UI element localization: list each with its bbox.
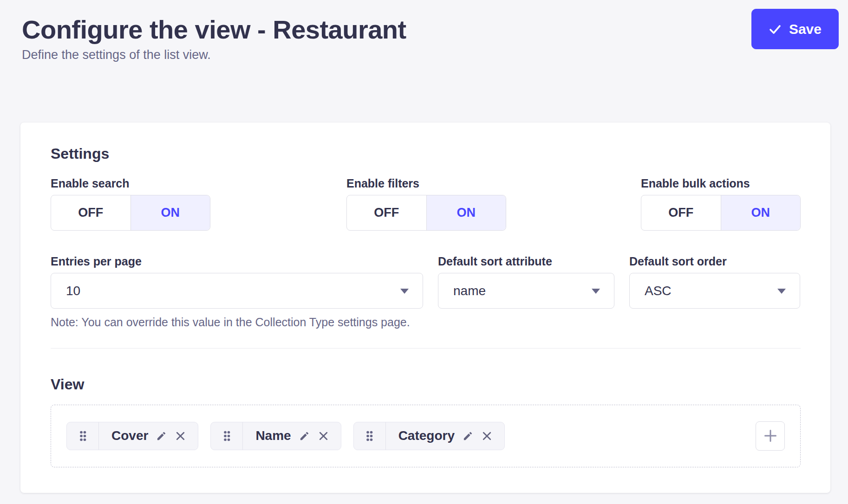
toggle-label: Enable search [51,178,346,189]
page-subtitle: Define the settings of the list view. [22,48,848,62]
enable-bulk-actions-toggle[interactable]: OFF ON [641,195,801,231]
selects-row: Entries per page 10 Note: You can overri… [51,256,801,329]
section-divider [51,348,801,349]
toggles-row: Enable search OFF ON Enable filters OFF … [51,178,801,231]
page-title: Configure the view - Restaurant [22,14,848,45]
edit-field-button[interactable] [156,431,167,441]
default-sort-order-select[interactable]: ASC [629,273,800,309]
field-chip-cover[interactable]: Cover [66,422,198,450]
select-value: name [453,284,486,298]
default-sort-attribute-field: Default sort attribute name [438,256,614,329]
drag-handle[interactable] [211,422,243,450]
enable-filters-on-button[interactable]: ON [426,195,506,230]
select-value: 10 [66,284,80,298]
settings-heading: Settings [51,146,801,162]
enable-filters-off-button[interactable]: OFF [347,195,426,230]
entries-per-page-select[interactable]: 10 [51,273,423,309]
default-sort-attribute-select[interactable]: name [438,273,614,309]
view-heading: View [51,376,801,393]
entries-per-page-field: Entries per page 10 Note: You can overri… [51,256,423,329]
toggle-field-enable-bulk-actions: Enable bulk actions OFF ON [641,178,800,231]
close-icon [481,430,493,442]
page-header: Configure the view - Restaurant Define t… [0,0,848,62]
edit-field-button[interactable] [463,431,473,441]
toggle-label: Enable filters [346,178,641,189]
select-label: Default sort attribute [438,256,614,267]
field-chip-label: Name [255,428,291,443]
select-value: ASC [645,284,672,298]
enable-search-off-button[interactable]: OFF [51,195,130,230]
chevron-down-icon [592,289,600,294]
check-icon [769,23,782,36]
remove-field-button[interactable] [481,430,493,442]
field-chip-name[interactable]: Name [210,422,341,450]
close-icon [175,430,186,442]
toggle-label: Enable bulk actions [641,178,800,189]
enable-filters-toggle[interactable]: OFF ON [346,195,506,231]
remove-field-button[interactable] [318,430,329,442]
add-field-button[interactable] [756,421,785,451]
drag-handle[interactable] [67,422,99,450]
chevron-down-icon [400,289,409,294]
select-label: Default sort order [629,256,800,267]
drag-handle[interactable] [354,422,386,450]
plus-icon [763,429,777,443]
save-button[interactable]: Save [751,9,839,49]
remove-field-button[interactable] [175,430,186,442]
view-fields-drop-zone: Cover [51,405,801,467]
close-icon [318,430,329,442]
toggle-field-enable-search: Enable search OFF ON [51,178,346,231]
default-sort-order-field: Default sort order ASC [629,256,800,329]
enable-search-on-button[interactable]: ON [130,195,210,230]
save-button-label: Save [789,21,822,37]
settings-card: Settings Enable search OFF ON Enable fil… [20,123,830,493]
pencil-icon [463,431,473,441]
field-chip-category[interactable]: Category [353,422,505,450]
field-chip-label: Cover [111,428,148,443]
field-chip-label: Category [398,428,455,443]
drag-handle-icon [223,430,230,442]
select-label: Entries per page [51,256,423,267]
pencil-icon [299,431,310,441]
enable-bulk-actions-on-button[interactable]: ON [721,195,801,230]
entries-per-page-note: Note: You can override this value in the… [51,315,423,329]
drag-handle-icon [79,430,86,442]
drag-handle-icon [366,430,373,442]
chevron-down-icon [777,289,786,294]
pencil-icon [156,431,167,441]
enable-bulk-actions-off-button[interactable]: OFF [641,195,721,230]
edit-field-button[interactable] [299,431,310,441]
toggle-field-enable-filters: Enable filters OFF ON [346,178,641,231]
enable-search-toggle[interactable]: OFF ON [51,195,210,231]
